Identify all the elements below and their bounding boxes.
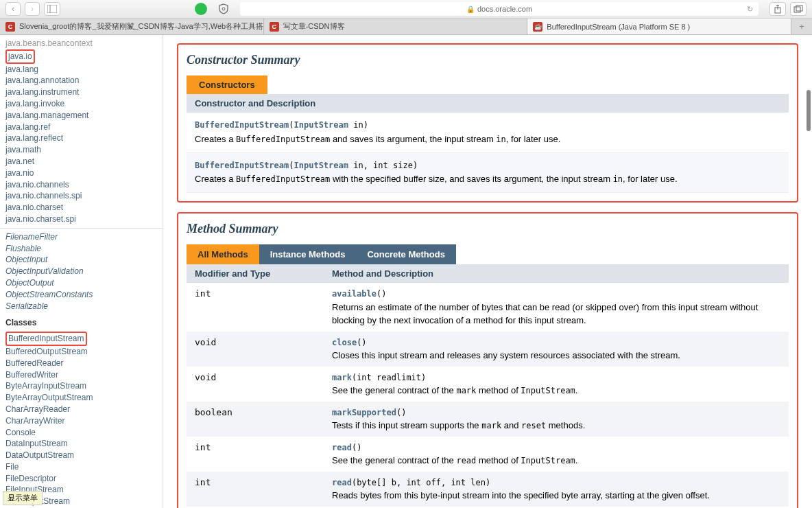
method-tabs: All Methods Instance Methods Concrete Me… <box>187 244 789 264</box>
package-link-java-io[interactable]: java.io <box>8 51 32 62</box>
package-link[interactable]: java.lang <box>5 64 157 76</box>
modifier-cell: int <box>187 283 324 332</box>
method-row: intavailable()Returns an estimate of the… <box>187 283 789 332</box>
package-link[interactable]: java.net <box>5 156 157 168</box>
lock-icon: 🔒 <box>466 5 475 13</box>
tabs-button[interactable] <box>790 2 807 16</box>
left-panel: java.beans.beancontext java.io java.lang… <box>0 35 163 508</box>
method-row: voidclose()Closes this input stream and … <box>187 332 789 367</box>
package-list: java.beans.beancontext java.io java.lang… <box>0 35 163 228</box>
package-link[interactable]: java.lang.reflect <box>5 132 157 144</box>
constructors-caption: Constructors <box>187 76 267 94</box>
back-button[interactable]: ‹ <box>5 2 21 16</box>
java-icon: ☕ <box>533 22 542 32</box>
class-link[interactable]: CharArrayReader <box>5 404 157 415</box>
forward-button[interactable]: › <box>25 2 40 16</box>
interface-link[interactable]: Flushable <box>5 243 157 255</box>
constructor-link[interactable]: BufferedInputStream <box>195 161 289 170</box>
csdn-icon: C <box>5 22 15 32</box>
sidebar-icon <box>47 5 57 13</box>
class-link[interactable]: DataOutputStream <box>5 450 157 461</box>
class-link[interactable]: CharArrayWriter <box>5 415 157 427</box>
sidebar-toggle-button[interactable] <box>44 2 60 16</box>
url-bar[interactable]: 🔒 docs.oracle.com ↻ <box>240 2 759 16</box>
svg-point-2 <box>222 8 225 10</box>
interface-link[interactable]: ObjectInput <box>5 254 157 266</box>
main-area: java.beans.beancontext java.io java.lang… <box>0 35 812 508</box>
package-link[interactable]: java.beans.beancontext <box>5 38 157 49</box>
modifier-cell: void <box>187 367 324 402</box>
browser-tab-2[interactable]: C 写文章-CSDN博客 <box>264 19 528 34</box>
method-link[interactable]: available <box>332 289 377 299</box>
package-link[interactable]: java.nio.channels <box>5 179 157 191</box>
method-link[interactable]: mark <box>332 373 352 382</box>
method-row: intread(byte[] b, int off, int len)Reads… <box>187 472 789 507</box>
svg-rect-5 <box>796 5 802 11</box>
type-link[interactable]: InputStream <box>294 120 348 130</box>
class-link[interactable]: ByteArrayOutputStream <box>5 392 157 404</box>
method-link[interactable]: read <box>332 443 352 452</box>
class-link[interactable]: BufferedOutputStream <box>5 346 157 358</box>
constructor-desc: Creates a BufferedInputStream and saves … <box>195 134 560 144</box>
method-desc: Tests if this input stream supports the … <box>332 420 585 430</box>
class-link[interactable]: FileDescriptor <box>5 473 157 485</box>
method-link[interactable]: read <box>332 478 352 487</box>
package-link[interactable]: java.lang.management <box>5 110 157 122</box>
class-link[interactable]: BufferedReader <box>5 358 157 369</box>
package-link[interactable]: java.lang.invoke <box>5 98 157 110</box>
scrollbar-thumb[interactable] <box>807 90 811 131</box>
constructor-summary: Constructor Summary Constructors Constru… <box>177 43 798 203</box>
modifier-cell: void <box>187 332 324 367</box>
browser-tab-3[interactable]: ☕ BufferedInputStream (Java Platform SE … <box>527 19 791 34</box>
new-tab-button[interactable]: + <box>791 19 812 34</box>
method-desc: Reads bytes from this byte-input stream … <box>332 490 710 500</box>
interface-link[interactable]: Serializable <box>5 301 157 312</box>
browser-tab-1[interactable]: C Slovenia_groot的博客_我爱猪刚鬣_CSDN博客-Java学习,… <box>0 19 264 34</box>
class-link[interactable]: DataInputStream <box>5 438 157 450</box>
tab-all-methods[interactable]: All Methods <box>187 244 259 264</box>
package-link[interactable]: java.nio.charset.spi <box>5 213 157 225</box>
method-cell: available()Returns an estimate of the nu… <box>324 283 789 332</box>
class-link[interactable]: Console <box>5 427 157 439</box>
interface-link[interactable]: ObjectStreamConstants <box>5 289 157 301</box>
method-cell: mark(int readlimit)See the general contr… <box>324 367 789 402</box>
tab-label: BufferedInputStream (Java Platform SE 8 … <box>547 23 690 31</box>
package-link[interactable]: java.lang.annotation <box>5 75 157 86</box>
class-link[interactable]: ByteArrayInputStream <box>5 380 157 392</box>
shield-icon[interactable] <box>218 3 229 14</box>
svg-rect-0 <box>47 5 57 13</box>
package-link[interactable]: java.nio <box>5 168 157 179</box>
class-link[interactable]: BufferedWriter <box>5 369 157 381</box>
reload-icon[interactable]: ↻ <box>747 5 753 14</box>
method-desc: See the general contract of the mark met… <box>332 385 577 395</box>
constructor-link[interactable]: BufferedInputStream <box>195 120 289 130</box>
package-link[interactable]: java.math <box>5 144 157 156</box>
tabs-icon <box>793 5 803 13</box>
package-link[interactable]: java.nio.channels.spi <box>5 190 157 202</box>
method-desc-header: Method and Description <box>324 264 789 283</box>
modifier-cell: boolean <box>187 402 324 437</box>
type-link[interactable]: InputStream <box>294 161 348 170</box>
method-link[interactable]: markSupported <box>332 408 396 417</box>
method-link[interactable]: close <box>332 338 357 347</box>
modifier-cell: int <box>187 437 324 472</box>
interface-link[interactable]: ObjectOutput <box>5 277 157 289</box>
tab-instance-methods[interactable]: Instance Methods <box>259 244 357 264</box>
package-link[interactable]: java.lang.ref <box>5 122 157 133</box>
package-link[interactable]: java.nio.charset <box>5 202 157 213</box>
method-cell: read()See the general contract of the re… <box>324 437 789 472</box>
interface-link[interactable]: FilenameFilter <box>5 231 157 243</box>
tab-label: Slovenia_groot的博客_我爱猪刚鬣_CSDN博客-Java学习,We… <box>19 21 264 32</box>
csdn-icon: C <box>270 22 279 32</box>
class-link-buffered-input-stream[interactable]: BufferedInputStream <box>8 333 84 345</box>
browser-toolbar: ‹ › 🔒 docs.oracle.com ↻ <box>0 0 812 19</box>
method-row: booleanmarkSupported()Tests if this inpu… <box>187 402 789 437</box>
tab-concrete-methods[interactable]: Concrete Methods <box>356 244 455 264</box>
class-link[interactable]: File <box>5 461 157 473</box>
interface-link[interactable]: ObjectInputValidation <box>5 266 157 277</box>
extension-icon[interactable] <box>195 3 207 15</box>
share-icon <box>774 4 782 14</box>
share-button[interactable] <box>769 2 786 16</box>
package-link[interactable]: java.lang.instrument <box>5 86 157 98</box>
show-menu-button[interactable]: 显示菜单 <box>3 491 43 505</box>
